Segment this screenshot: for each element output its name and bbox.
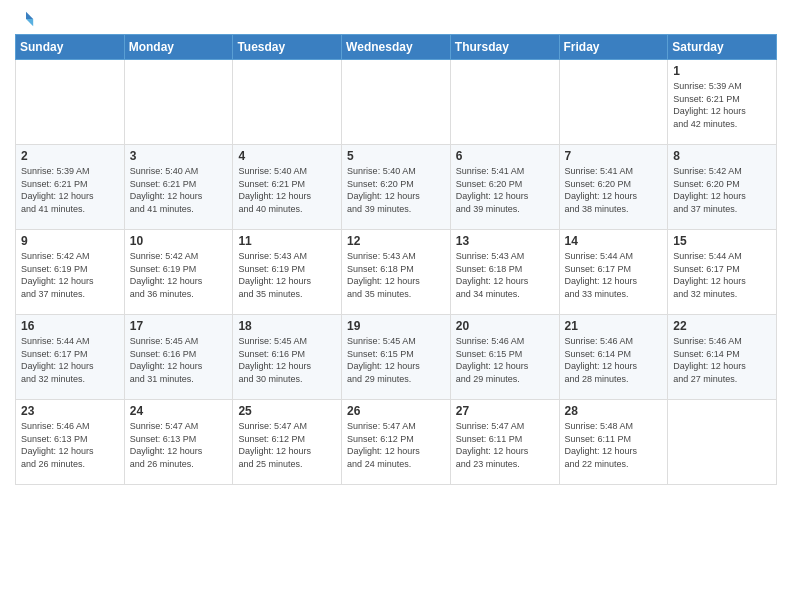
day-number: 15 [673,234,771,248]
week-row-2: 2Sunrise: 5:39 AM Sunset: 6:21 PM Daylig… [16,145,777,230]
day-info: Sunrise: 5:39 AM Sunset: 6:21 PM Dayligh… [21,165,119,215]
day-number: 10 [130,234,228,248]
day-number: 18 [238,319,336,333]
day-info: Sunrise: 5:41 AM Sunset: 6:20 PM Dayligh… [565,165,663,215]
day-info: Sunrise: 5:40 AM Sunset: 6:21 PM Dayligh… [238,165,336,215]
week-row-4: 16Sunrise: 5:44 AM Sunset: 6:17 PM Dayli… [16,315,777,400]
day-info: Sunrise: 5:46 AM Sunset: 6:14 PM Dayligh… [565,335,663,385]
day-info: Sunrise: 5:48 AM Sunset: 6:11 PM Dayligh… [565,420,663,470]
calendar-cell: 11Sunrise: 5:43 AM Sunset: 6:19 PM Dayli… [233,230,342,315]
day-number: 14 [565,234,663,248]
week-row-1: 1Sunrise: 5:39 AM Sunset: 6:21 PM Daylig… [16,60,777,145]
calendar-cell: 3Sunrise: 5:40 AM Sunset: 6:21 PM Daylig… [124,145,233,230]
logo-icon [17,10,35,28]
day-number: 17 [130,319,228,333]
calendar-cell: 10Sunrise: 5:42 AM Sunset: 6:19 PM Dayli… [124,230,233,315]
calendar-cell: 9Sunrise: 5:42 AM Sunset: 6:19 PM Daylig… [16,230,125,315]
day-number: 8 [673,149,771,163]
week-row-3: 9Sunrise: 5:42 AM Sunset: 6:19 PM Daylig… [16,230,777,315]
day-number: 16 [21,319,119,333]
weekday-header-thursday: Thursday [450,35,559,60]
calendar-cell [559,60,668,145]
calendar-cell: 21Sunrise: 5:46 AM Sunset: 6:14 PM Dayli… [559,315,668,400]
day-info: Sunrise: 5:47 AM Sunset: 6:13 PM Dayligh… [130,420,228,470]
day-number: 23 [21,404,119,418]
day-info: Sunrise: 5:46 AM Sunset: 6:13 PM Dayligh… [21,420,119,470]
weekday-header-row: SundayMondayTuesdayWednesdayThursdayFrid… [16,35,777,60]
day-number: 1 [673,64,771,78]
day-number: 12 [347,234,445,248]
calendar-cell [124,60,233,145]
calendar-cell [233,60,342,145]
day-info: Sunrise: 5:40 AM Sunset: 6:21 PM Dayligh… [130,165,228,215]
calendar-cell: 8Sunrise: 5:42 AM Sunset: 6:20 PM Daylig… [668,145,777,230]
calendar-cell: 12Sunrise: 5:43 AM Sunset: 6:18 PM Dayli… [342,230,451,315]
day-number: 22 [673,319,771,333]
day-number: 6 [456,149,554,163]
weekday-header-friday: Friday [559,35,668,60]
calendar-cell: 22Sunrise: 5:46 AM Sunset: 6:14 PM Dayli… [668,315,777,400]
weekday-header-tuesday: Tuesday [233,35,342,60]
day-number: 26 [347,404,445,418]
day-number: 5 [347,149,445,163]
calendar-cell [668,400,777,485]
day-info: Sunrise: 5:43 AM Sunset: 6:19 PM Dayligh… [238,250,336,300]
day-number: 19 [347,319,445,333]
day-number: 21 [565,319,663,333]
calendar-cell: 26Sunrise: 5:47 AM Sunset: 6:12 PM Dayli… [342,400,451,485]
calendar-cell: 16Sunrise: 5:44 AM Sunset: 6:17 PM Dayli… [16,315,125,400]
calendar-cell: 2Sunrise: 5:39 AM Sunset: 6:21 PM Daylig… [16,145,125,230]
day-info: Sunrise: 5:46 AM Sunset: 6:14 PM Dayligh… [673,335,771,385]
day-info: Sunrise: 5:44 AM Sunset: 6:17 PM Dayligh… [21,335,119,385]
day-info: Sunrise: 5:47 AM Sunset: 6:11 PM Dayligh… [456,420,554,470]
weekday-header-monday: Monday [124,35,233,60]
day-number: 4 [238,149,336,163]
day-number: 3 [130,149,228,163]
day-info: Sunrise: 5:44 AM Sunset: 6:17 PM Dayligh… [565,250,663,300]
calendar-cell: 6Sunrise: 5:41 AM Sunset: 6:20 PM Daylig… [450,145,559,230]
calendar-cell [342,60,451,145]
weekday-header-wednesday: Wednesday [342,35,451,60]
calendar-cell: 4Sunrise: 5:40 AM Sunset: 6:21 PM Daylig… [233,145,342,230]
day-info: Sunrise: 5:42 AM Sunset: 6:19 PM Dayligh… [130,250,228,300]
calendar-cell: 14Sunrise: 5:44 AM Sunset: 6:17 PM Dayli… [559,230,668,315]
day-info: Sunrise: 5:43 AM Sunset: 6:18 PM Dayligh… [456,250,554,300]
calendar-cell: 1Sunrise: 5:39 AM Sunset: 6:21 PM Daylig… [668,60,777,145]
calendar-cell [16,60,125,145]
svg-marker-1 [26,19,33,26]
day-number: 9 [21,234,119,248]
day-number: 25 [238,404,336,418]
day-number: 7 [565,149,663,163]
day-number: 11 [238,234,336,248]
calendar-cell [450,60,559,145]
calendar-cell: 17Sunrise: 5:45 AM Sunset: 6:16 PM Dayli… [124,315,233,400]
day-number: 28 [565,404,663,418]
calendar-cell: 19Sunrise: 5:45 AM Sunset: 6:15 PM Dayli… [342,315,451,400]
calendar-cell: 27Sunrise: 5:47 AM Sunset: 6:11 PM Dayli… [450,400,559,485]
page: SundayMondayTuesdayWednesdayThursdayFrid… [0,0,792,612]
header [15,10,777,28]
day-info: Sunrise: 5:45 AM Sunset: 6:15 PM Dayligh… [347,335,445,385]
calendar: SundayMondayTuesdayWednesdayThursdayFrid… [15,34,777,485]
calendar-cell: 15Sunrise: 5:44 AM Sunset: 6:17 PM Dayli… [668,230,777,315]
calendar-cell: 13Sunrise: 5:43 AM Sunset: 6:18 PM Dayli… [450,230,559,315]
calendar-cell: 18Sunrise: 5:45 AM Sunset: 6:16 PM Dayli… [233,315,342,400]
day-info: Sunrise: 5:44 AM Sunset: 6:17 PM Dayligh… [673,250,771,300]
calendar-cell: 5Sunrise: 5:40 AM Sunset: 6:20 PM Daylig… [342,145,451,230]
day-info: Sunrise: 5:41 AM Sunset: 6:20 PM Dayligh… [456,165,554,215]
day-number: 24 [130,404,228,418]
day-info: Sunrise: 5:47 AM Sunset: 6:12 PM Dayligh… [238,420,336,470]
day-info: Sunrise: 5:39 AM Sunset: 6:21 PM Dayligh… [673,80,771,130]
day-info: Sunrise: 5:40 AM Sunset: 6:20 PM Dayligh… [347,165,445,215]
day-info: Sunrise: 5:43 AM Sunset: 6:18 PM Dayligh… [347,250,445,300]
day-number: 13 [456,234,554,248]
day-number: 27 [456,404,554,418]
day-info: Sunrise: 5:47 AM Sunset: 6:12 PM Dayligh… [347,420,445,470]
weekday-header-sunday: Sunday [16,35,125,60]
day-info: Sunrise: 5:42 AM Sunset: 6:19 PM Dayligh… [21,250,119,300]
calendar-cell: 20Sunrise: 5:46 AM Sunset: 6:15 PM Dayli… [450,315,559,400]
calendar-cell: 24Sunrise: 5:47 AM Sunset: 6:13 PM Dayli… [124,400,233,485]
logo [15,10,35,28]
calendar-cell: 23Sunrise: 5:46 AM Sunset: 6:13 PM Dayli… [16,400,125,485]
svg-marker-0 [26,12,33,19]
